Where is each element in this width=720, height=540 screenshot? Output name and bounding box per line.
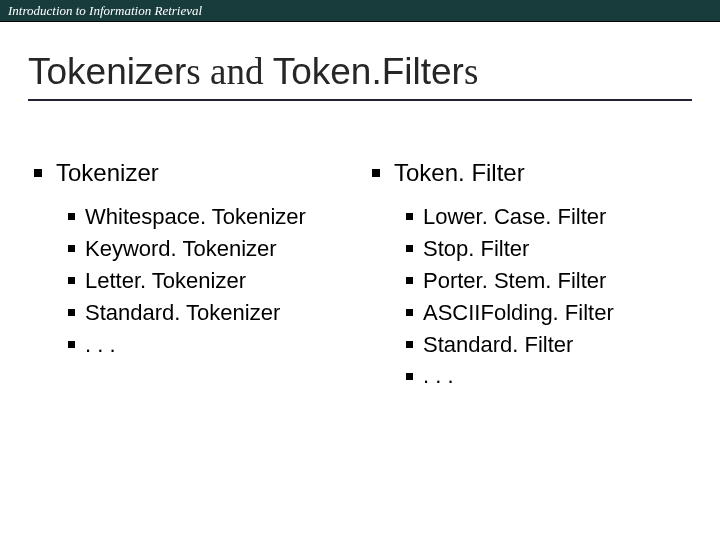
square-bullet-icon: [406, 245, 413, 252]
square-bullet-icon: [68, 277, 75, 284]
right-heading-text: Token. Filter: [394, 159, 525, 187]
item-text: . . .: [85, 329, 116, 361]
list-item: . . .: [406, 360, 686, 392]
slide-title: Tokenizers and Token.Filters: [28, 50, 692, 93]
right-heading: Token. Filter: [372, 159, 686, 187]
item-text: Letter. Tokenizer: [85, 265, 246, 297]
list-item: Whitespace. Tokenizer: [68, 201, 348, 233]
square-bullet-icon: [406, 373, 413, 380]
left-heading: Tokenizer: [34, 159, 348, 187]
square-bullet-icon: [68, 213, 75, 220]
title-conj: and: [201, 51, 273, 92]
title-suffix-1: s: [186, 51, 200, 92]
square-bullet-icon: [406, 309, 413, 316]
left-list: Whitespace. Tokenizer Keyword. Tokenizer…: [34, 201, 348, 360]
title-area: Tokenizers and Token.Filters: [0, 50, 720, 111]
list-item: . . .: [68, 329, 348, 361]
title-word-2: Token.Filter: [273, 51, 464, 92]
square-bullet-icon: [372, 169, 380, 177]
item-text: Keyword. Tokenizer: [85, 233, 277, 265]
square-bullet-icon: [34, 169, 42, 177]
item-text: ASCIIFolding. Filter: [423, 297, 614, 329]
title-suffix-2: s: [464, 51, 478, 92]
header-bar: Introduction to Information Retrieval: [0, 0, 720, 22]
square-bullet-icon: [406, 213, 413, 220]
list-item: Standard. Filter: [406, 329, 686, 361]
item-text: Standard. Tokenizer: [85, 297, 280, 329]
list-item: ASCIIFolding. Filter: [406, 297, 686, 329]
course-label: Introduction to Information Retrieval: [8, 3, 202, 19]
list-item: Porter. Stem. Filter: [406, 265, 686, 297]
square-bullet-icon: [68, 341, 75, 348]
list-item: Stop. Filter: [406, 233, 686, 265]
item-text: Porter. Stem. Filter: [423, 265, 606, 297]
square-bullet-icon: [406, 341, 413, 348]
left-heading-text: Tokenizer: [56, 159, 159, 187]
body-columns: Tokenizer Whitespace. Tokenizer Keyword.…: [0, 111, 720, 392]
left-column: Tokenizer Whitespace. Tokenizer Keyword.…: [34, 159, 348, 392]
item-text: . . .: [423, 360, 454, 392]
list-item: Lower. Case. Filter: [406, 201, 686, 233]
square-bullet-icon: [68, 309, 75, 316]
item-text: Lower. Case. Filter: [423, 201, 606, 233]
item-text: Stop. Filter: [423, 233, 529, 265]
square-bullet-icon: [68, 245, 75, 252]
list-item: Standard. Tokenizer: [68, 297, 348, 329]
item-text: Standard. Filter: [423, 329, 573, 361]
item-text: Whitespace. Tokenizer: [85, 201, 306, 233]
list-item: Keyword. Tokenizer: [68, 233, 348, 265]
list-item: Letter. Tokenizer: [68, 265, 348, 297]
slide: Introduction to Information Retrieval To…: [0, 0, 720, 540]
square-bullet-icon: [406, 277, 413, 284]
title-word-1: Tokenizer: [28, 51, 186, 92]
right-list: Lower. Case. Filter Stop. Filter Porter.…: [372, 201, 686, 392]
title-underline: [28, 99, 692, 101]
right-column: Token. Filter Lower. Case. Filter Stop. …: [372, 159, 686, 392]
